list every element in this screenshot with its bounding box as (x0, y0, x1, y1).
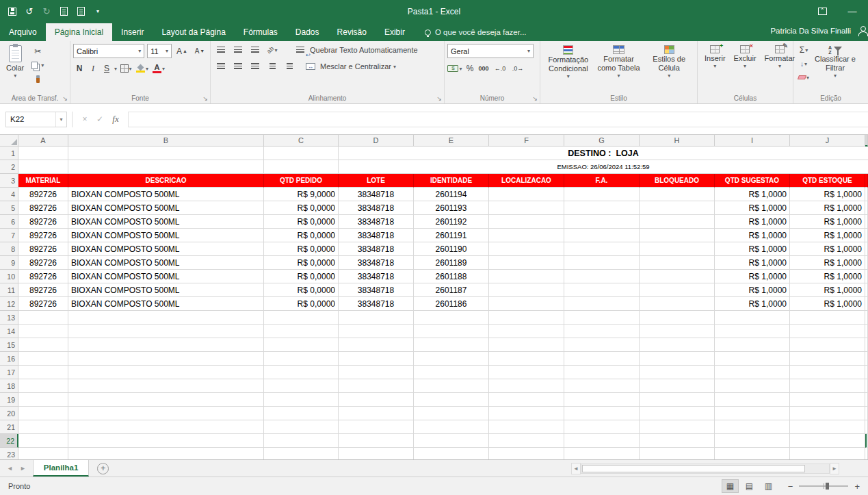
cell-E5[interactable]: 2601193 (414, 201, 489, 215)
cell-K10[interactable] (865, 270, 868, 283)
cell-F7[interactable] (489, 229, 564, 242)
name-box[interactable]: K22 ▾ (5, 112, 67, 127)
alignment-dialog-launcher[interactable]: ↘ (436, 96, 442, 102)
scrollbar-track[interactable] (581, 464, 830, 474)
cell-C22[interactable] (264, 434, 339, 448)
cell-C10[interactable]: R$ 0,0000 (264, 270, 339, 283)
cell-K5[interactable] (865, 201, 868, 215)
increase-decimal-button[interactable]: ←.0 (492, 62, 508, 75)
cell-I5[interactable]: R$ 1,0000 (715, 201, 790, 215)
zoom-in-button[interactable]: + (854, 481, 860, 492)
cell-F11[interactable] (489, 283, 564, 297)
cell-A15[interactable] (18, 338, 68, 352)
next-sheet-button[interactable]: ► (20, 465, 26, 472)
cell-J4[interactable]: R$ 1,0000 (790, 188, 865, 201)
cell-J11[interactable]: R$ 1,0000 (790, 283, 865, 297)
cell-K9[interactable] (865, 256, 868, 270)
row-header-18[interactable]: 18 (0, 379, 18, 393)
cell-J19[interactable] (790, 393, 865, 407)
formula-input[interactable] (128, 112, 868, 127)
cell-B10[interactable]: BIOXAN COMPOSTO 500ML (68, 270, 264, 283)
row-header-11[interactable]: 11 (0, 283, 18, 297)
cell-H23[interactable] (640, 448, 715, 459)
ribbon-display-options-button[interactable]: ⌃ (817, 6, 827, 17)
orientation-button[interactable]: ab▾ (265, 44, 280, 56)
ribbon-tab-revisao[interactable]: Revisão (328, 23, 376, 41)
qat-extra-button-1[interactable] (59, 6, 68, 17)
cell-F18[interactable] (489, 379, 564, 393)
column-header-F[interactable]: F (489, 135, 564, 147)
merged-cell-row-2[interactable]: EMISSAO: 26/06/2024 11:52:59 (339, 160, 868, 174)
enter-formula-button[interactable]: ✓ (92, 114, 107, 124)
cell-C15[interactable] (264, 338, 339, 352)
cell-K20[interactable] (865, 407, 868, 420)
cell-A23[interactable] (18, 448, 68, 459)
ribbon-tab-formulas[interactable]: Fórmulas (235, 23, 287, 41)
scrollbar-thumb[interactable] (582, 465, 805, 472)
cell-I9[interactable]: R$ 1,0000 (715, 256, 790, 270)
cell-J13[interactable] (790, 311, 865, 325)
cell-F12[interactable] (489, 297, 564, 311)
cell-H6[interactable] (640, 215, 715, 229)
cell-F17[interactable] (489, 366, 564, 379)
cell-E18[interactable] (414, 379, 489, 393)
cell-E16[interactable] (414, 352, 489, 366)
cell-B15[interactable] (68, 338, 264, 352)
font-color-button[interactable]: A▾ (151, 62, 166, 75)
cell-C4[interactable]: R$ 9,0000 (264, 188, 339, 201)
cell-I8[interactable]: R$ 1,0000 (715, 242, 790, 256)
cell-I10[interactable]: R$ 1,0000 (715, 270, 790, 283)
autosum-button[interactable]: Σ▾ (796, 44, 811, 56)
cell-G13[interactable] (564, 311, 640, 325)
cell-C20[interactable] (264, 407, 339, 420)
percent-style-button[interactable]: % (465, 62, 475, 75)
cell-E22[interactable] (414, 434, 489, 448)
column-header-J[interactable]: J (790, 135, 865, 147)
cell-D10[interactable]: 38348718 (339, 270, 414, 283)
cell-K15[interactable] (865, 338, 868, 352)
cell-D5[interactable]: 38348718 (339, 201, 414, 215)
cell-I22[interactable] (715, 434, 790, 448)
cell-B22[interactable] (68, 434, 264, 448)
clear-button[interactable]: ▾ (796, 71, 811, 84)
cell-E17[interactable] (414, 366, 489, 379)
number-format-combobox[interactable]: Geral▾ (447, 44, 534, 58)
cell-K8[interactable] (865, 242, 868, 256)
row-header-2[interactable]: 2 (0, 160, 18, 174)
cell-C13[interactable] (264, 311, 339, 325)
cell-D3[interactable]: LOTE (339, 174, 414, 188)
cell-F14[interactable] (489, 325, 564, 338)
cell-A22[interactable] (18, 434, 68, 448)
cell-K13[interactable] (865, 311, 868, 325)
row-header-20[interactable]: 20 (0, 407, 18, 420)
customize-qat-button[interactable]: ▾ (93, 6, 103, 17)
accounting-format-button[interactable]: $▾ (447, 62, 462, 75)
cell-D14[interactable] (339, 325, 414, 338)
cell-D11[interactable]: 38348718 (339, 283, 414, 297)
cell-G22[interactable] (564, 434, 640, 448)
cell-G11[interactable] (564, 283, 640, 297)
cell-G21[interactable] (564, 420, 640, 434)
format-painter-button[interactable] (30, 73, 45, 85)
zoom-slider-thumb[interactable] (826, 483, 829, 490)
delete-cells-button[interactable]: × Excluir ▾ (730, 44, 761, 71)
cell-H22[interactable] (640, 434, 715, 448)
cell-E7[interactable]: 2601191 (414, 229, 489, 242)
cell-K6[interactable] (865, 215, 868, 229)
cell-K21[interactable] (865, 420, 868, 434)
scroll-left-button[interactable]: ◄ (571, 463, 581, 474)
increase-font-button[interactable]: A▲ (174, 45, 189, 58)
cell-D17[interactable] (339, 366, 414, 379)
column-header-D[interactable]: D (339, 135, 414, 147)
cell-G10[interactable] (564, 270, 640, 283)
cell-E21[interactable] (414, 420, 489, 434)
wrap-text-button[interactable]: ↩ (293, 44, 308, 56)
clipboard-dialog-launcher[interactable]: ↘ (62, 96, 68, 102)
cell-A6[interactable]: 892726 (18, 215, 68, 229)
cell-G4[interactable] (564, 188, 640, 201)
cell-F8[interactable] (489, 242, 564, 256)
cut-button[interactable]: ✂ (30, 45, 45, 58)
cell-styles-button[interactable]: Estilos de Célula ▾ (644, 44, 694, 80)
row-header-14[interactable]: 14 (0, 325, 18, 338)
cell-D22[interactable] (339, 434, 414, 448)
